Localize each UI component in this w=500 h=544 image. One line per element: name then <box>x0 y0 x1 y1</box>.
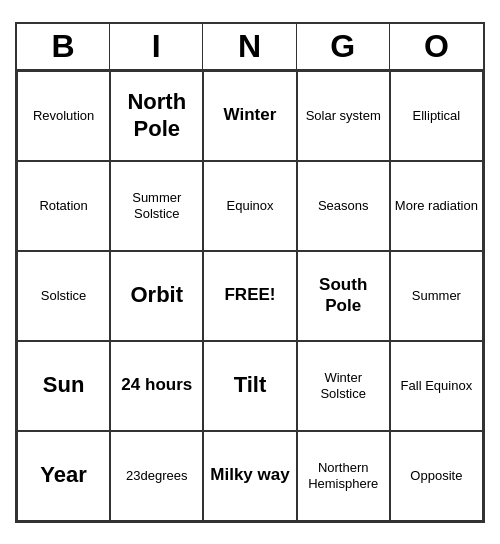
bingo-card: BINGO RevolutionNorth PoleWinterSolar sy… <box>15 22 485 523</box>
bingo-cell-13: South Pole <box>297 251 390 341</box>
bingo-cell-11: Orbit <box>110 251 203 341</box>
bingo-cell-10: Solstice <box>17 251 110 341</box>
bingo-cell-20: Year <box>17 431 110 521</box>
bingo-cell-0: Revolution <box>17 71 110 161</box>
bingo-cell-1: North Pole <box>110 71 203 161</box>
bingo-cell-15: Sun <box>17 341 110 431</box>
bingo-cell-18: Winter Solstice <box>297 341 390 431</box>
bingo-cell-2: Winter <box>203 71 296 161</box>
bingo-cell-17: Tilt <box>203 341 296 431</box>
bingo-cell-7: Equinox <box>203 161 296 251</box>
bingo-cell-5: Rotation <box>17 161 110 251</box>
header-letter-I: I <box>110 24 203 69</box>
bingo-cell-6: Summer Solstice <box>110 161 203 251</box>
bingo-cell-9: More radiation <box>390 161 483 251</box>
bingo-cell-19: Fall Equinox <box>390 341 483 431</box>
header-letter-B: B <box>17 24 110 69</box>
bingo-cell-23: Northern Hemisphere <box>297 431 390 521</box>
bingo-cell-24: Opposite <box>390 431 483 521</box>
bingo-header: BINGO <box>17 24 483 71</box>
bingo-cell-22: Milky way <box>203 431 296 521</box>
bingo-cell-4: Elliptical <box>390 71 483 161</box>
header-letter-N: N <box>203 24 296 69</box>
header-letter-O: O <box>390 24 483 69</box>
bingo-grid: RevolutionNorth PoleWinterSolar systemEl… <box>17 71 483 521</box>
bingo-cell-21: 23degrees <box>110 431 203 521</box>
bingo-cell-16: 24 hours <box>110 341 203 431</box>
bingo-cell-12: FREE! <box>203 251 296 341</box>
bingo-cell-8: Seasons <box>297 161 390 251</box>
header-letter-G: G <box>297 24 390 69</box>
bingo-cell-14: Summer <box>390 251 483 341</box>
bingo-cell-3: Solar system <box>297 71 390 161</box>
